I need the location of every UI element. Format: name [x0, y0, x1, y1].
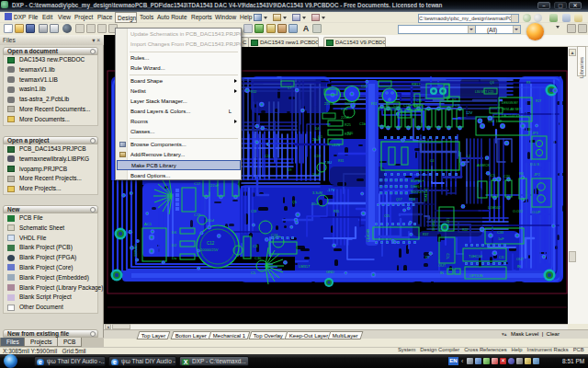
svg-text:AGMCK: AGMCK — [477, 164, 490, 167]
svg-text:IN: IN — [440, 271, 444, 275]
svg-text:Q5: Q5 — [292, 201, 297, 204]
svg-text:D6: D6 — [172, 230, 177, 235]
svg-text:22uf: 22uf — [207, 218, 215, 223]
svg-text:C4: C4 — [430, 159, 434, 163]
svg-text:10000/25V: 10000/25V — [200, 247, 219, 252]
svg-text:C13: C13 — [194, 213, 201, 217]
svg-text:10uF: 10uF — [312, 173, 321, 177]
svg-text:D4: D4 — [315, 127, 319, 131]
svg-text:OUT: OUT — [516, 258, 525, 261]
svg-text:DAC1543 V9: DAC1543 V9 — [502, 114, 519, 118]
svg-text:TC2: TC2 — [447, 253, 450, 259]
svg-text:C25: C25 — [384, 214, 390, 218]
svg-text:O.UP: O.UP — [532, 211, 541, 214]
svg-text:GND: GND — [326, 270, 334, 274]
svg-text:IN: IN — [517, 265, 521, 269]
svg-text:OPTION: OPTION — [469, 274, 483, 278]
svg-text:CD4049: CD4049 — [367, 229, 370, 242]
svg-text:C9: C9 — [455, 104, 459, 108]
svg-text:IC5: IC5 — [490, 174, 495, 178]
svg-text:Q3: Q3 — [490, 81, 494, 85]
svg-text:D7: D7 — [425, 256, 429, 259]
svg-text:C11: C11 — [499, 256, 504, 259]
svg-text:C15: C15 — [416, 99, 422, 103]
svg-text:AC1: AC1 — [144, 222, 153, 226]
svg-text:C22: C22 — [361, 84, 368, 88]
svg-text:R37: R37 — [423, 233, 428, 236]
svg-text:7.8U: 7.8U — [324, 161, 332, 165]
svg-text:C19: C19 — [314, 155, 321, 158]
svg-text:D2: D2 — [172, 243, 177, 247]
svg-text:C16: C16 — [383, 104, 390, 108]
svg-text:R817: R817 — [412, 82, 421, 86]
svg-text:O.U.S: O.U.S — [530, 163, 539, 167]
svg-text:1uF: 1uF — [498, 237, 504, 241]
svg-text:Q17: Q17 — [396, 198, 402, 201]
svg-text:R1B: R1B — [409, 198, 415, 201]
svg-text:C20: C20 — [503, 175, 510, 178]
svg-text:DIR9023: DIR9023 — [432, 219, 435, 231]
svg-text:22uF: 22uF — [210, 183, 220, 188]
svg-text:JP2: JP2 — [534, 173, 540, 177]
svg-text:DSEL«: DSEL« — [411, 185, 422, 189]
svg-text:C21: C21 — [265, 155, 270, 158]
svg-text:D9: D9 — [288, 168, 291, 172]
svg-text:22uF: 22uF — [341, 115, 350, 120]
svg-text:R8: R8 — [526, 81, 530, 85]
svg-text:C3: C3 — [253, 244, 258, 248]
svg-text:-17V: -17V — [327, 188, 335, 192]
svg-text:220VAC: 220VAC — [134, 244, 138, 257]
svg-text:C12: C12 — [207, 241, 215, 246]
svg-text:BUPEL«: BUPEL« — [411, 179, 424, 183]
svg-text:TL431: TL431 — [447, 218, 450, 227]
svg-text:R27: R27 — [536, 99, 541, 103]
svg-text:SDOUT»: SDOUT» — [411, 190, 424, 194]
svg-text:12V: 12V — [466, 110, 472, 115]
svg-text:C17: C17 — [194, 181, 201, 186]
svg-text:TDA1543: TDA1543 — [424, 189, 428, 201]
svg-text:L2: L2 — [467, 155, 470, 158]
svg-text:C30: C30 — [254, 256, 262, 260]
svg-text:C11: C11 — [403, 104, 410, 108]
svg-text:220uF: 220uF — [324, 101, 335, 106]
svg-text:20uF: 20uF — [311, 202, 320, 206]
svg-text:Da: Da — [172, 256, 177, 260]
svg-text:0.1: 0.1 — [318, 135, 322, 139]
svg-text:R22: R22 — [462, 228, 468, 232]
svg-text:C1b: C1b — [359, 122, 366, 126]
svg-text:C10: C10 — [341, 107, 348, 111]
svg-text:C5: C5 — [251, 270, 256, 275]
svg-text:TEWLAB NET: TEWLAB NET — [502, 108, 521, 111]
svg-text:R25: R25 — [345, 123, 351, 127]
svg-text:LM317: LM317 — [299, 264, 311, 269]
svg-text:3.3uM: 3.3uM — [312, 191, 322, 195]
svg-text:JP3: JP3 — [532, 132, 538, 135]
svg-text:DESIGN BY: DESIGN BY — [502, 101, 519, 105]
svg-text:R12: R12 — [251, 90, 256, 94]
svg-text:C18: C18 — [251, 210, 256, 213]
svg-text:C7: C7 — [288, 86, 291, 90]
svg-text:C33: C33 — [497, 231, 503, 235]
svg-text:O.O22: O.O22 — [513, 210, 523, 213]
svg-text:T4HC04: T4HC04 — [469, 254, 483, 259]
svg-text:L1M562: L1M562 — [488, 206, 501, 210]
svg-text:R11: R11 — [371, 102, 378, 106]
svg-text:R15: R15 — [334, 210, 339, 213]
svg-text:OUT: OUT — [438, 264, 447, 268]
svg-text:R6: R6 — [519, 172, 524, 176]
svg-text:R20: R20 — [347, 132, 353, 135]
svg-text:R31: R31 — [338, 159, 344, 163]
